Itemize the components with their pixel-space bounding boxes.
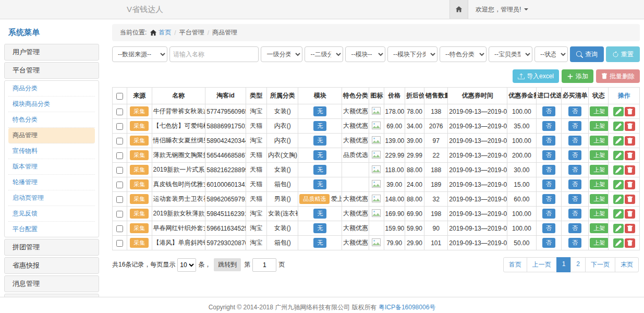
must-buy-toggle[interactable]: 否 [568, 223, 581, 233]
import-pick-toggle[interactable]: 否 [542, 150, 555, 160]
status-toggle[interactable]: 上架 [590, 209, 609, 218]
edit-button[interactable] [613, 209, 624, 219]
row-checkbox[interactable] [116, 182, 123, 188]
must-buy-toggle[interactable]: 否 [568, 165, 581, 174]
import-pick-toggle[interactable]: 否 [542, 106, 555, 116]
special-category-filter[interactable]: --特色分类-- [440, 46, 487, 62]
sidebar-subitem-promo-materials[interactable]: 宣传物料 [8, 143, 95, 159]
must-buy-toggle[interactable]: 否 [568, 194, 581, 203]
icp-link[interactable]: 粤ICP备16098006号 [379, 304, 435, 311]
breadcrumb-home-link[interactable]: 首页 [150, 28, 171, 37]
row-checkbox[interactable] [116, 167, 123, 174]
reset-button[interactable]: 重置 [606, 46, 640, 62]
page-size-select[interactable]: 10 [177, 258, 196, 272]
import-pick-toggle[interactable]: 否 [542, 238, 555, 247]
user-menu[interactable]: 欢迎您，管理员! [468, 5, 536, 14]
home-button[interactable] [449, 0, 468, 19]
row-checkbox[interactable] [116, 240, 123, 247]
status-toggle[interactable]: 上架 [590, 179, 609, 189]
delete-button[interactable] [625, 165, 635, 175]
status-toggle[interactable]: 上架 [590, 106, 609, 116]
edit-button[interactable] [613, 151, 624, 160]
must-buy-toggle[interactable]: 否 [568, 209, 581, 218]
must-buy-toggle[interactable]: 否 [568, 136, 581, 145]
pager-page-1[interactable]: 1 [556, 257, 572, 272]
delete-button[interactable] [625, 151, 635, 160]
batch-delete-button[interactable]: 批量删除 [596, 69, 640, 83]
sidebar-subitem-carousel-manage[interactable]: 轮播管理 [8, 175, 95, 190]
delete-button[interactable] [625, 238, 635, 248]
row-checkbox[interactable] [116, 109, 123, 115]
edit-button[interactable] [613, 122, 624, 131]
status-toggle[interactable]: 上架 [590, 165, 609, 174]
edit-button[interactable] [613, 165, 624, 175]
module-filter[interactable]: --模块-- [345, 46, 385, 62]
row-checkbox[interactable] [116, 196, 123, 203]
status-toggle[interactable]: 上架 [590, 238, 609, 247]
delete-button[interactable] [625, 136, 635, 146]
delete-button[interactable] [625, 209, 635, 219]
pager-last[interactable]: 末页 [615, 257, 639, 272]
status-toggle[interactable]: 上架 [590, 121, 609, 130]
sidebar-subitem-module-goods-category[interactable]: 模块商品分类 [8, 97, 95, 112]
module-subcategory-filter[interactable]: --模块下分类-- [387, 46, 438, 62]
level2-category-filter[interactable]: --二级分类-- [305, 46, 343, 62]
edit-button[interactable] [613, 238, 624, 248]
row-checkbox[interactable] [116, 152, 123, 159]
edit-button[interactable] [613, 224, 624, 233]
row-checkbox[interactable] [116, 211, 123, 218]
status-toggle[interactable]: 上架 [590, 223, 609, 233]
status-toggle[interactable]: 上架 [590, 150, 609, 160]
sidebar-subitem-splash-manage[interactable]: 启动页管理 [8, 190, 95, 206]
delete-button[interactable] [625, 122, 635, 131]
status-filter[interactable]: --状态-- [534, 46, 568, 62]
must-buy-toggle[interactable]: 否 [568, 121, 581, 130]
item-type-filter[interactable]: --宝贝类型-- [489, 46, 532, 62]
pager-next[interactable]: 下一页 [585, 257, 615, 272]
edit-button[interactable] [613, 136, 624, 146]
must-buy-toggle[interactable]: 否 [568, 150, 581, 160]
sidebar-subitem-special-category[interactable]: 特色分类 [8, 112, 95, 128]
pager-page-2[interactable]: 2 [570, 257, 586, 272]
sidebar-subitem-version-manage[interactable]: 版本管理 [8, 159, 95, 175]
pager-prev[interactable]: 上一页 [527, 257, 557, 272]
import-pick-toggle[interactable]: 否 [542, 136, 555, 145]
must-buy-toggle[interactable]: 否 [568, 179, 581, 189]
delete-button[interactable] [625, 224, 635, 233]
row-checkbox[interactable] [116, 225, 123, 232]
import-excel-button[interactable]: 导入excel [513, 69, 559, 83]
delete-button[interactable] [625, 107, 635, 116]
data-source-filter[interactable]: --数据来源-- [112, 46, 167, 62]
sidebar-subitem-feedback[interactable]: 意见反馈 [8, 206, 95, 222]
add-button[interactable]: 添加 [562, 69, 593, 83]
sidebar-subitem-platform-config[interactable]: 平台配置 [8, 222, 95, 237]
status-toggle[interactable]: 上架 [590, 136, 609, 145]
must-buy-toggle[interactable]: 否 [568, 106, 581, 116]
query-button[interactable]: 查询 [570, 46, 604, 62]
import-pick-toggle[interactable]: 否 [542, 223, 555, 233]
row-checkbox[interactable] [116, 138, 123, 145]
pager-first[interactable]: 首页 [503, 257, 527, 272]
sidebar-item-group-buy[interactable]: 拼团管理 [4, 239, 99, 256]
sidebar-item-platform[interactable]: 平台管理 [4, 62, 99, 79]
sidebar-subitem-goods-manage[interactable]: 商品管理 [8, 128, 95, 143]
delete-button[interactable] [625, 195, 635, 204]
sidebar-item-users[interactable]: 用户管理 [4, 44, 99, 61]
edit-button[interactable] [613, 180, 624, 189]
import-pick-toggle[interactable]: 否 [542, 194, 555, 203]
level1-category-filter[interactable]: 一级分类 [261, 46, 302, 62]
row-checkbox[interactable] [116, 123, 123, 130]
jump-page-input[interactable] [252, 258, 276, 272]
import-pick-toggle[interactable]: 否 [542, 179, 555, 189]
sidebar-subitem-goods-category[interactable]: 商品分类 [8, 81, 95, 97]
status-toggle[interactable]: 上架 [590, 194, 609, 203]
select-all-checkbox[interactable] [116, 93, 123, 100]
name-search-input[interactable] [169, 46, 259, 62]
edit-button[interactable] [613, 107, 624, 116]
sidebar-item-province-express[interactable]: 省惠快报 [4, 257, 99, 274]
delete-button[interactable] [625, 180, 635, 189]
must-buy-toggle[interactable]: 否 [568, 238, 581, 247]
sidebar-item-message-manage[interactable]: 消息管理 [4, 275, 99, 292]
import-pick-toggle[interactable]: 否 [542, 121, 555, 130]
edit-button[interactable] [613, 195, 624, 204]
